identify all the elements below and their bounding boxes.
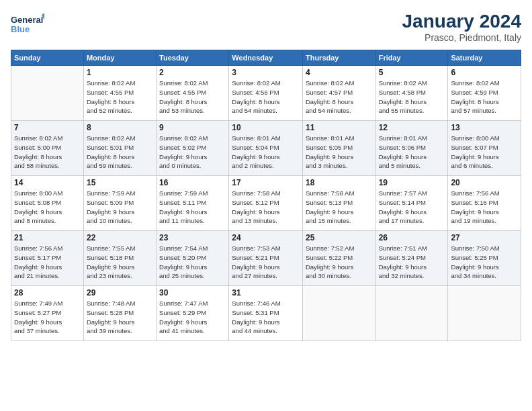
header: General Blue January 2024 Prasco, Piedmo… bbox=[11, 11, 521, 43]
day-info: Sunrise: 8:00 AMSunset: 5:07 PMDaylight:… bbox=[451, 134, 518, 171]
calendar-week-3: 14Sunrise: 8:00 AMSunset: 5:08 PMDayligh… bbox=[11, 176, 521, 231]
day-info: Sunrise: 8:02 AMSunset: 4:56 PMDaylight:… bbox=[232, 79, 300, 116]
logo-svg: General Blue bbox=[11, 11, 44, 38]
day-number: 29 bbox=[87, 288, 153, 298]
day-number: 1 bbox=[87, 68, 153, 77]
svg-text:General: General bbox=[11, 15, 43, 25]
calendar-cell: 13Sunrise: 8:00 AMSunset: 5:07 PMDayligh… bbox=[448, 121, 521, 176]
day-info: Sunrise: 7:59 AMSunset: 5:11 PMDaylight:… bbox=[159, 189, 226, 226]
calendar-cell: 19Sunrise: 7:57 AMSunset: 5:14 PMDayligh… bbox=[375, 176, 448, 231]
calendar-cell: 8Sunrise: 8:02 AMSunset: 5:01 PMDaylight… bbox=[83, 121, 156, 176]
day-number: 4 bbox=[306, 68, 373, 77]
page-container: General Blue January 2024 Prasco, Piedmo… bbox=[0, 0, 532, 411]
day-info: Sunrise: 8:02 AMSunset: 5:01 PMDaylight:… bbox=[87, 134, 153, 171]
day-number: 6 bbox=[451, 68, 518, 77]
day-info: Sunrise: 7:48 AMSunset: 5:28 PMDaylight:… bbox=[87, 299, 153, 336]
calendar-header-row: SundayMondayTuesdayWednesdayThursdayFrid… bbox=[11, 50, 521, 66]
calendar-week-1: 1Sunrise: 8:02 AMSunset: 4:55 PMDaylight… bbox=[11, 66, 521, 121]
calendar-cell: 23Sunrise: 7:54 AMSunset: 5:20 PMDayligh… bbox=[157, 231, 229, 286]
day-number: 24 bbox=[232, 233, 300, 242]
day-number: 22 bbox=[87, 233, 153, 242]
calendar-cell: 9Sunrise: 8:02 AMSunset: 5:02 PMDaylight… bbox=[157, 121, 229, 176]
day-info: Sunrise: 7:53 AMSunset: 5:21 PMDaylight:… bbox=[232, 244, 300, 281]
day-info: Sunrise: 8:02 AMSunset: 5:02 PMDaylight:… bbox=[159, 134, 226, 171]
calendar-header-wednesday: Wednesday bbox=[229, 50, 303, 66]
day-info: Sunrise: 7:56 AMSunset: 5:17 PMDaylight:… bbox=[14, 244, 81, 281]
location: Prasco, Piedmont, Italy bbox=[402, 32, 521, 43]
day-number: 18 bbox=[306, 178, 373, 187]
calendar-week-5: 28Sunrise: 7:49 AMSunset: 5:27 PMDayligh… bbox=[11, 286, 521, 341]
day-number: 19 bbox=[379, 178, 445, 187]
calendar-cell: 21Sunrise: 7:56 AMSunset: 5:17 PMDayligh… bbox=[11, 231, 84, 286]
calendar-cell: 29Sunrise: 7:48 AMSunset: 5:28 PMDayligh… bbox=[83, 286, 156, 341]
day-number: 3 bbox=[232, 68, 300, 77]
day-number: 13 bbox=[451, 123, 518, 132]
day-number: 7 bbox=[14, 123, 81, 132]
day-info: Sunrise: 7:51 AMSunset: 5:24 PMDaylight:… bbox=[379, 244, 445, 281]
calendar-cell: 6Sunrise: 8:02 AMSunset: 4:59 PMDaylight… bbox=[448, 66, 521, 121]
day-number: 23 bbox=[159, 233, 226, 242]
calendar-cell: 26Sunrise: 7:51 AMSunset: 5:24 PMDayligh… bbox=[375, 231, 448, 286]
calendar-cell: 20Sunrise: 7:56 AMSunset: 5:16 PMDayligh… bbox=[448, 176, 521, 231]
calendar-cell bbox=[302, 286, 375, 341]
calendar-cell: 24Sunrise: 7:53 AMSunset: 5:21 PMDayligh… bbox=[229, 231, 303, 286]
day-info: Sunrise: 8:01 AMSunset: 5:04 PMDaylight:… bbox=[232, 134, 300, 171]
svg-text:Blue: Blue bbox=[11, 24, 30, 34]
calendar-cell: 17Sunrise: 7:58 AMSunset: 5:12 PMDayligh… bbox=[229, 176, 303, 231]
day-number: 25 bbox=[306, 233, 373, 242]
calendar-header-friday: Friday bbox=[375, 50, 448, 66]
day-info: Sunrise: 7:49 AMSunset: 5:27 PMDaylight:… bbox=[14, 299, 81, 336]
day-number: 30 bbox=[159, 288, 226, 298]
day-info: Sunrise: 7:59 AMSunset: 5:09 PMDaylight:… bbox=[87, 189, 153, 226]
calendar-header-monday: Monday bbox=[83, 50, 156, 66]
calendar-cell: 31Sunrise: 7:46 AMSunset: 5:31 PMDayligh… bbox=[229, 286, 303, 341]
calendar-week-4: 21Sunrise: 7:56 AMSunset: 5:17 PMDayligh… bbox=[11, 231, 521, 286]
calendar: SundayMondayTuesdayWednesdayThursdayFrid… bbox=[11, 50, 521, 341]
calendar-cell: 11Sunrise: 8:01 AMSunset: 5:05 PMDayligh… bbox=[302, 121, 375, 176]
day-info: Sunrise: 7:58 AMSunset: 5:12 PMDaylight:… bbox=[232, 189, 300, 226]
day-info: Sunrise: 8:01 AMSunset: 5:06 PMDaylight:… bbox=[379, 134, 445, 171]
day-number: 27 bbox=[451, 233, 518, 242]
day-number: 26 bbox=[379, 233, 445, 242]
calendar-cell: 25Sunrise: 7:52 AMSunset: 5:22 PMDayligh… bbox=[302, 231, 375, 286]
calendar-cell: 30Sunrise: 7:47 AMSunset: 5:29 PMDayligh… bbox=[157, 286, 229, 341]
calendar-cell: 15Sunrise: 7:59 AMSunset: 5:09 PMDayligh… bbox=[83, 176, 156, 231]
day-number: 9 bbox=[159, 123, 226, 132]
calendar-cell: 16Sunrise: 7:59 AMSunset: 5:11 PMDayligh… bbox=[157, 176, 229, 231]
day-info: Sunrise: 7:55 AMSunset: 5:18 PMDaylight:… bbox=[87, 244, 153, 281]
day-info: Sunrise: 7:54 AMSunset: 5:20 PMDaylight:… bbox=[159, 244, 226, 281]
month-title: January 2024 bbox=[402, 11, 521, 32]
calendar-cell bbox=[11, 66, 84, 121]
calendar-week-2: 7Sunrise: 8:02 AMSunset: 5:00 PMDaylight… bbox=[11, 121, 521, 176]
day-number: 8 bbox=[87, 123, 153, 132]
calendar-cell: 1Sunrise: 8:02 AMSunset: 4:55 PMDaylight… bbox=[83, 66, 156, 121]
day-number: 11 bbox=[306, 123, 373, 132]
day-info: Sunrise: 7:50 AMSunset: 5:25 PMDaylight:… bbox=[451, 244, 518, 281]
calendar-cell: 12Sunrise: 8:01 AMSunset: 5:06 PMDayligh… bbox=[375, 121, 448, 176]
day-info: Sunrise: 8:02 AMSunset: 4:59 PMDaylight:… bbox=[451, 79, 518, 116]
day-info: Sunrise: 8:02 AMSunset: 4:55 PMDaylight:… bbox=[159, 79, 226, 116]
day-info: Sunrise: 7:52 AMSunset: 5:22 PMDaylight:… bbox=[306, 244, 373, 281]
day-info: Sunrise: 7:46 AMSunset: 5:31 PMDaylight:… bbox=[232, 299, 300, 336]
calendar-cell: 14Sunrise: 8:00 AMSunset: 5:08 PMDayligh… bbox=[11, 176, 84, 231]
day-number: 15 bbox=[87, 178, 153, 187]
day-info: Sunrise: 8:02 AMSunset: 5:00 PMDaylight:… bbox=[14, 134, 81, 171]
calendar-cell: 7Sunrise: 8:02 AMSunset: 5:00 PMDaylight… bbox=[11, 121, 84, 176]
day-info: Sunrise: 8:01 AMSunset: 5:05 PMDaylight:… bbox=[306, 134, 373, 171]
day-info: Sunrise: 8:02 AMSunset: 4:58 PMDaylight:… bbox=[379, 79, 445, 116]
calendar-cell: 3Sunrise: 8:02 AMSunset: 4:56 PMDaylight… bbox=[229, 66, 303, 121]
calendar-header-saturday: Saturday bbox=[448, 50, 521, 66]
day-number: 10 bbox=[232, 123, 300, 132]
day-info: Sunrise: 7:56 AMSunset: 5:16 PMDaylight:… bbox=[451, 189, 518, 226]
calendar-cell: 18Sunrise: 7:58 AMSunset: 5:13 PMDayligh… bbox=[302, 176, 375, 231]
calendar-cell: 27Sunrise: 7:50 AMSunset: 5:25 PMDayligh… bbox=[448, 231, 521, 286]
logo: General Blue bbox=[11, 11, 44, 38]
calendar-cell: 5Sunrise: 8:02 AMSunset: 4:58 PMDaylight… bbox=[375, 66, 448, 121]
calendar-cell: 4Sunrise: 8:02 AMSunset: 4:57 PMDaylight… bbox=[302, 66, 375, 121]
calendar-header-tuesday: Tuesday bbox=[157, 50, 229, 66]
day-info: Sunrise: 8:00 AMSunset: 5:08 PMDaylight:… bbox=[14, 189, 81, 226]
day-info: Sunrise: 7:57 AMSunset: 5:14 PMDaylight:… bbox=[379, 189, 445, 226]
day-number: 5 bbox=[379, 68, 445, 77]
calendar-cell: 10Sunrise: 8:01 AMSunset: 5:04 PMDayligh… bbox=[229, 121, 303, 176]
day-number: 28 bbox=[14, 288, 81, 298]
